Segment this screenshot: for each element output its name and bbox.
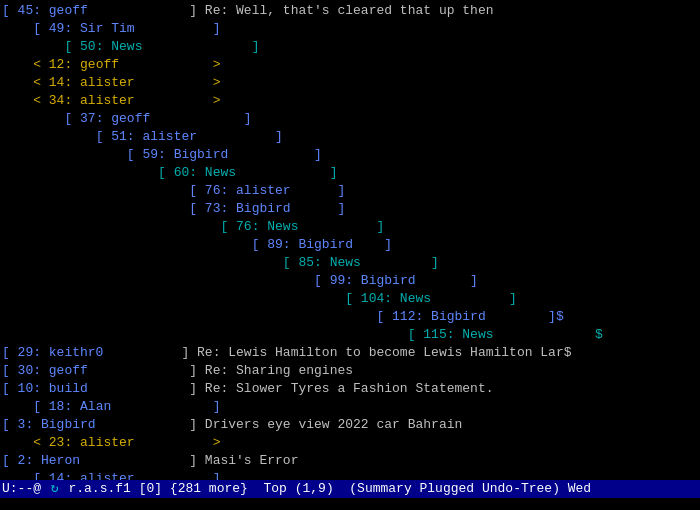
list-item: [ 89: Bigbird ] xyxy=(0,236,700,254)
list-item: [ 99: Bigbird ] xyxy=(0,272,700,290)
list-item: [ 30: geoff ] Re: Sharing engines xyxy=(0,362,700,380)
list-item: [ 115: News $ xyxy=(0,326,700,344)
thread-list: [ 45: geoff ] Re: Well, that's cleared t… xyxy=(0,0,700,480)
list-item: [ 59: Bigbird ] xyxy=(0,146,700,164)
list-item: [ 18: Alan ] xyxy=(0,398,700,416)
list-item: < 34: alister > xyxy=(0,92,700,110)
list-item: [ 76: alister ] xyxy=(0,182,700,200)
list-item: [ 85: News ] xyxy=(0,254,700,272)
list-item: [ 73: Bigbird ] xyxy=(0,200,700,218)
list-item: [ 51: alister ] xyxy=(0,128,700,146)
list-item: < 14: alister > xyxy=(0,74,700,92)
list-item: [ 104: News ] xyxy=(0,290,700,308)
list-item: < 12: geoff > xyxy=(0,56,700,74)
refresh-icon: ↻ xyxy=(51,480,59,498)
status-middle: r.a.s.f1 [0] {281 more} xyxy=(61,480,248,498)
status-left: U:--@ xyxy=(2,480,49,498)
list-item: [ 60: News ] xyxy=(0,164,700,182)
status-right: (Summary Plugged Undo-Tree) Wed xyxy=(334,480,591,498)
status-bar: U:--@ ↻ r.a.s.f1 [0] {281 more} Top (1,9… xyxy=(0,480,700,498)
list-item: [ 10: build ] Re: Slower Tyres a Fashion… xyxy=(0,380,700,398)
bottom-bar: No more unseen articles xyxy=(0,498,700,510)
list-item: [ 45: geoff ] Re: Well, that's cleared t… xyxy=(0,2,700,20)
list-item: [ 2: Heron ] Masi's Error xyxy=(0,452,700,470)
status-pos: Top (1,9) xyxy=(248,480,334,498)
list-item: [ 3: Bigbird ] Drivers eye view 2022 car… xyxy=(0,416,700,434)
list-item: [ 49: Sir Tim ] xyxy=(0,20,700,38)
list-item: < 23: alister > xyxy=(0,434,700,452)
list-item: [ 14: alister ] xyxy=(0,470,700,480)
list-item: [ 37: geoff ] xyxy=(0,110,700,128)
list-item: [ 112: Bigbird ]$ xyxy=(0,308,700,326)
list-item: [ 50: News ] xyxy=(0,38,700,56)
list-item: [ 29: keithr0 ] Re: Lewis Hamilton to be… xyxy=(0,344,700,362)
list-item: [ 76: News ] xyxy=(0,218,700,236)
